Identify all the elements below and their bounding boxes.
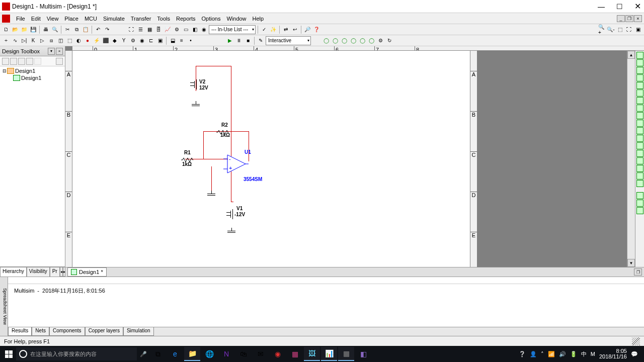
wizard-icon[interactable]: ✨ <box>269 26 277 34</box>
component-r1[interactable] <box>181 157 193 161</box>
design-tree[interactable]: ⊟ Design1 Design1 <box>0 66 65 266</box>
tree-child[interactable]: Design1 <box>1 74 64 81</box>
menu-reports[interactable]: Reports <box>173 15 199 23</box>
zoom-in-icon[interactable]: 🔍+ <box>598 26 606 34</box>
menu-options[interactable]: Options <box>199 15 224 23</box>
capture-icon[interactable]: ◉ <box>200 26 208 34</box>
agilent-fg-icon[interactable] <box>636 157 643 164</box>
logic-analyzer-icon[interactable] <box>636 112 643 119</box>
freq-counter-icon[interactable] <box>636 97 643 104</box>
stop-icon[interactable]: ■ <box>244 37 252 45</box>
spreadsheet-control-bar[interactable] <box>8 277 644 284</box>
ptb-open-icon[interactable] <box>10 58 17 65</box>
probe2-icon[interactable]: ◯ <box>331 37 339 45</box>
zoom-fit-icon[interactable]: ⛶ <box>625 26 633 34</box>
vertical-scrollbar[interactable]: ▲ ▼ <box>627 51 635 267</box>
doc-restore-icon[interactable]: ❐ <box>634 268 642 276</box>
cut-icon[interactable]: ✂ <box>63 26 71 34</box>
menu-edit[interactable]: Edit <box>28 15 44 23</box>
copy-icon[interactable]: ⧉ <box>72 26 80 34</box>
ptb-close-icon[interactable] <box>26 58 33 65</box>
task-view-icon[interactable]: ⧉ <box>150 347 166 361</box>
tray-wifi-icon[interactable]: 📶 <box>548 351 555 357</box>
tek-scope-icon[interactable] <box>636 180 643 187</box>
four-ch-scope-icon[interactable] <box>636 82 643 89</box>
check-icon[interactable]: ✓ <box>260 26 268 34</box>
toolbox-close-icon[interactable]: × <box>56 48 63 55</box>
tab-pr[interactable]: Pr <box>50 267 60 277</box>
redo-icon[interactable]: ↷ <box>103 26 111 34</box>
mdi-restore[interactable]: ❐ <box>625 15 633 22</box>
menu-tools[interactable]: Tools <box>154 15 173 23</box>
component-u1[interactable]: -+ <box>223 154 249 175</box>
mail-icon[interactable]: ✉ <box>253 347 269 361</box>
stab-copper[interactable]: Copper layers <box>85 327 123 336</box>
find-icon[interactable]: 🔎 <box>303 26 311 34</box>
spectrum-icon[interactable] <box>636 142 643 149</box>
onenote-icon[interactable]: N <box>218 347 234 361</box>
tray-kbd-icon[interactable]: M <box>591 351 595 357</box>
menu-file[interactable]: File <box>13 15 28 23</box>
save-icon[interactable]: 💾 <box>29 26 37 34</box>
iv-analyzer-icon[interactable] <box>636 127 643 134</box>
probe6-icon[interactable]: ◯ <box>367 37 375 45</box>
multimeter-icon[interactable] <box>636 52 643 59</box>
open-icon[interactable]: 📂 <box>11 26 19 34</box>
electromech-icon[interactable]: ⚙ <box>129 37 137 45</box>
store-icon[interactable]: 🛍 <box>235 347 252 361</box>
resize-grip[interactable] <box>632 337 640 345</box>
power-icon[interactable]: ⚡ <box>93 37 101 45</box>
advanced-icon[interactable]: ◆ <box>111 37 119 45</box>
misc-icon[interactable]: ⬛ <box>102 37 110 45</box>
toolbox-pin-icon[interactable]: ▾ <box>48 48 55 55</box>
db-icon[interactable]: 🗄 <box>154 26 163 34</box>
graph-icon[interactable]: 📈 <box>164 26 172 34</box>
elvis-inst-icon[interactable] <box>636 200 643 207</box>
tray-ime-icon[interactable]: 中 <box>581 350 587 358</box>
junction-icon[interactable]: • <box>187 37 195 45</box>
wattmeter-icon[interactable] <box>636 67 643 74</box>
logic-converter-icon[interactable] <box>636 120 643 127</box>
minimize-button[interactable]: — <box>597 2 606 11</box>
new-icon[interactable]: 🗋 <box>2 26 10 34</box>
agilent-mm-icon[interactable] <box>636 165 643 172</box>
postproc-icon[interactable]: ⚙ <box>173 26 181 34</box>
multisim-task-icon[interactable]: ▦ <box>338 347 354 361</box>
misc-digital-icon[interactable]: ⬚ <box>65 37 73 45</box>
spreadsheet-icon[interactable]: ▦ <box>145 26 153 34</box>
bode-icon[interactable] <box>636 89 643 97</box>
mixed-icon[interactable]: ◐ <box>74 37 83 45</box>
pause-icon[interactable]: ⏸ <box>235 37 243 45</box>
current-clamp-icon[interactable] <box>636 207 643 214</box>
probe3-icon[interactable]: ◯ <box>340 37 348 45</box>
probe5-icon[interactable]: ◯ <box>358 37 366 45</box>
distortion-icon[interactable] <box>636 135 643 142</box>
tray-up-icon[interactable]: ˄ <box>541 351 544 357</box>
component-v2[interactable] <box>190 81 200 88</box>
app1-icon[interactable]: ◉ <box>270 347 286 361</box>
stab-nets[interactable]: Nets <box>32 327 49 336</box>
stab-components[interactable]: Components <box>49 327 85 336</box>
full-screen-icon[interactable]: ⛶ <box>127 26 135 34</box>
mdi-close[interactable]: × <box>634 15 642 22</box>
ptb-save-icon[interactable] <box>18 58 25 65</box>
menu-place[interactable]: Place <box>61 15 82 23</box>
app4-icon[interactable]: 📊 <box>321 347 337 361</box>
ptb-rename-icon[interactable] <box>34 58 41 65</box>
ttl-icon[interactable]: ⧈ <box>47 37 55 45</box>
analysis-icon[interactable]: ✎ <box>257 37 265 45</box>
mdi-minimize[interactable]: _ <box>617 15 625 22</box>
run-icon[interactable]: ▶ <box>226 37 234 45</box>
source-icon[interactable]: ÷ <box>2 37 10 45</box>
mcu-comp-icon[interactable]: ▣ <box>156 37 164 45</box>
menu-transfer[interactable]: Transfer <box>128 15 154 23</box>
connector-icon[interactable]: ⊏ <box>147 37 155 45</box>
menu-mcu[interactable]: MCU <box>82 15 100 23</box>
function-gen-icon[interactable] <box>636 59 643 66</box>
scroll-up-icon[interactable]: ▲ <box>627 51 635 59</box>
menu-window[interactable]: Window <box>223 15 249 23</box>
tray-clock[interactable]: 8:05 2018/11/16 <box>599 348 627 359</box>
preview-icon[interactable]: 🔍 <box>51 26 59 34</box>
scroll-down-icon[interactable]: ▼ <box>627 259 635 267</box>
print-icon[interactable]: 🖶 <box>42 26 50 34</box>
